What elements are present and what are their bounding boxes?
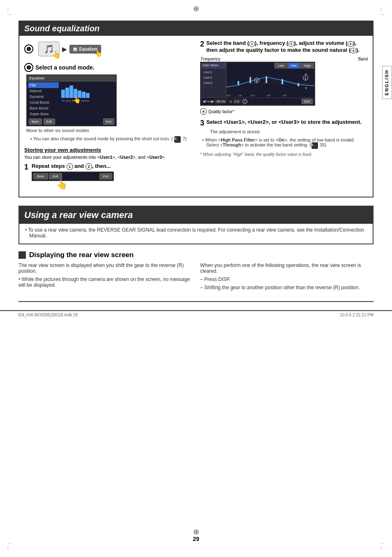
- band-label: Band: [358, 57, 368, 61]
- q-icon: Q: [229, 100, 232, 103]
- display-rear-section: Displaying the rear view screen The rear…: [18, 251, 374, 293]
- frequency-label: Frequency: [201, 57, 220, 61]
- step2-header-area: 2 Select the band (1), frequency (2), ad…: [200, 40, 368, 53]
- left-col: ❶ 🎵 👆 ▶ 📊: [24, 40, 192, 193]
- storing-text: You can store your adjustments into <Use…: [24, 155, 192, 160]
- svg-text:2.5k: 2.5k: [250, 94, 255, 97]
- eq-graph-area: 100 1.0k 2.5k 10k 15k ▲ ▼: [226, 69, 314, 97]
- eq-freq-exit-btn[interactable]: Exit: [302, 99, 313, 104]
- step3-text: Select <User1>, <User2>, or <User3> to s…: [206, 119, 362, 128]
- eq-back-btn[interactable]: Back: [29, 118, 42, 125]
- step1-big: 1 Repeat steps 1 and 2, then... Back Edi…: [24, 163, 192, 190]
- eq-mode-natural: Natural: [28, 88, 59, 94]
- subsection-icon: [18, 251, 26, 259]
- content-area: Sound equalization ❶ 🎵 👆: [0, 8, 392, 301]
- eq-edit-btn[interactable]: Edit: [44, 118, 55, 125]
- eq-bottom: ◀Freq▶ 60 Hz Q 1.0 2 Exit: [201, 97, 314, 105]
- eq-screen: Equalizer Flat Natural Dynamic Vocal Boo…: [26, 74, 117, 126]
- step1-image-row: ❶ 🎵 👆 ▶ 📊: [24, 40, 192, 58]
- svg-text:1: 1: [304, 77, 306, 80]
- sound-section-body: ❶ 🎵 👆 ▶ 📊: [19, 36, 373, 197]
- user-store-label: User Store: [201, 63, 226, 69]
- mini-back-btn[interactable]: Back: [33, 173, 48, 179]
- step3-header: 3 Select <User1>, <User2>, or <User3> to…: [200, 119, 368, 128]
- freq-icon: ◀Freq▶: [203, 100, 214, 103]
- step2-text: Select the band (1), frequency (2), adju…: [206, 40, 368, 53]
- eq-user-graph: User1 User2 User3: [201, 69, 314, 97]
- step2-num: 2: [200, 40, 204, 49]
- move-text: Move to other six sound modes: [26, 128, 192, 133]
- step3-num: 3: [200, 119, 204, 128]
- eq-controls-row: Back Edit Exit: [27, 118, 116, 125]
- two-col-right: When you perform one of the following op…: [200, 262, 374, 293]
- left-para: The rear view screen is displayed when y…: [18, 262, 192, 274]
- eq-freq-screen: User Store Low Mid High: [200, 62, 315, 106]
- eq-bar-2: [65, 88, 69, 98]
- eq-bar-7: [86, 93, 90, 98]
- high-pass-note: • When <High Pass Filter> is set to <On>…: [200, 137, 368, 149]
- right-para: When you perform one of the following op…: [200, 262, 374, 274]
- select-sound-mode-label: ❷ Select a sound mode.: [24, 63, 192, 72]
- band-mid[interactable]: Mid: [288, 63, 300, 69]
- eq-mode-super: Super Bass: [28, 111, 59, 117]
- step3-area: 3 Select <User1>, <User2>, or <User3> to…: [200, 119, 368, 134]
- step2-select: ❷ Select a sound mode.: [24, 63, 192, 72]
- corner-mark-tl: |—: [7, 7, 12, 16]
- svg-rect-5: [265, 76, 267, 83]
- right-col: 2 Select the band (1), frequency (2), ad…: [200, 40, 368, 193]
- corner-mark-bl: —|: [7, 541, 12, 550]
- eq-bar-6: [82, 92, 85, 98]
- eq-graph-svg: 100 1.0k 2.5k 10k 15k ▲ ▼: [226, 69, 314, 97]
- corner-mark-tr: |—: [380, 7, 385, 16]
- step1-label: Repeat steps 1 and 2, then...: [32, 163, 192, 170]
- bullet-shortcut: • You can also change the sound mode by …: [30, 136, 192, 143]
- user-list: User1 User2 User3: [201, 69, 226, 97]
- left-bullet1: • While the pictures through the camera …: [18, 276, 192, 288]
- eq-freq-labels: 60 100 1.0k 2.5k 10k 15k: [60, 100, 115, 102]
- step1-circle: ❶: [24, 44, 33, 53]
- mini-exit-btn[interactable]: Exit: [99, 173, 112, 179]
- svg-text:1.0k: 1.0k: [238, 94, 242, 97]
- freq-value: 60 Hz: [215, 99, 227, 104]
- eq-screen-title: Equalizer: [27, 75, 116, 81]
- step2-header: 2 Select the band (1), frequency (2), ad…: [200, 40, 368, 53]
- svg-rect-4: [249, 77, 251, 83]
- eq-mode-vocal: Vocal Boost: [28, 100, 59, 105]
- footer-date: 10.5.6 2:21:21 PM: [340, 313, 374, 317]
- eq-mode-dynamic: Dynamic: [28, 94, 59, 100]
- band-high[interactable]: High: [300, 63, 314, 69]
- page-container: ⊕ |— |— ENGLISH Sound equalization ❶: [0, 0, 392, 557]
- music-icon: 🎵 👆: [38, 42, 60, 56]
- hand-icon-step1: 👆: [32, 179, 192, 190]
- band-low[interactable]: Low: [274, 63, 288, 69]
- eq-freq-top: User Store Low Mid High: [201, 63, 314, 69]
- q-value: 1.0: [233, 99, 241, 104]
- right-bullet2: – Shifting the gear to another position …: [200, 285, 374, 290]
- shortcut-icon: 🔍: [174, 136, 181, 143]
- step1-num: 1: [24, 163, 28, 172]
- storing-header: Storing your own adjustments: [24, 147, 192, 153]
- svg-rect-3: [238, 81, 239, 85]
- mini-edit-btn[interactable]: Edit: [49, 173, 62, 179]
- equalizer-button: 📊 Equalizer 👆: [69, 45, 101, 53]
- svg-rect-6: [281, 79, 283, 84]
- corner-mark-br: —|: [380, 541, 385, 550]
- user1: User1: [202, 70, 225, 75]
- rear-note: • To use a rear view camera, the REVERSE…: [24, 227, 368, 239]
- svg-text:3: 3: [256, 79, 257, 82]
- freq-band-row: Frequency Band: [200, 57, 368, 61]
- svg-text:▲: ▲: [304, 72, 308, 76]
- two-col-notes: The rear view screen is displayed when y…: [18, 262, 374, 293]
- eq-exit-btn[interactable]: Exit: [103, 118, 114, 125]
- circle-2: 2: [242, 99, 247, 104]
- svg-text:10k: 10k: [266, 94, 270, 97]
- quality-factor-label: Quality factor*: [208, 109, 234, 114]
- circle-4: 4: [200, 108, 207, 115]
- eq-modes-list: Flat Natural Dynamic Vocal Boost Bass Bo…: [28, 82, 59, 117]
- svg-text:100: 100: [226, 94, 231, 97]
- user3: User3: [202, 80, 225, 86]
- footer-filename: EN_KW-AVX838[J]001B.indb 29: [18, 313, 78, 317]
- eq-bars-visual: 👆: [60, 82, 115, 99]
- svg-text:▼: ▼: [304, 86, 308, 90]
- rear-section-title: Using a rear view camera: [19, 207, 373, 224]
